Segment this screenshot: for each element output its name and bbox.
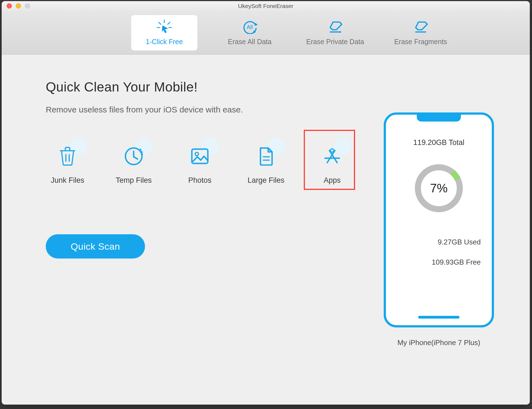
category-temp-files[interactable]: Temp Files <box>116 145 152 185</box>
erase-private-icon <box>327 20 343 34</box>
phone-notch <box>417 114 461 122</box>
svg-rect-14 <box>192 149 208 163</box>
tab-erase-fragments[interactable]: Erase Fragments <box>388 15 454 50</box>
erase-all-icon: All <box>241 20 258 34</box>
trash-icon <box>59 147 76 166</box>
tab-label: Erase Fragments <box>394 38 447 46</box>
button-label: Quick Scan <box>71 241 120 252</box>
svg-text:All: All <box>247 24 253 30</box>
quick-scan-button[interactable]: Quick Scan <box>46 234 145 259</box>
storage-total: 119.20GB Total <box>413 138 464 147</box>
svg-point-18 <box>331 149 334 152</box>
file-icon <box>258 147 274 166</box>
category-label: Temp Files <box>116 176 152 185</box>
tab-1-click-free[interactable]: 1-Click Free <box>131 15 197 50</box>
device-name: My iPhone(iPhone 7 Plus) <box>384 338 494 347</box>
toolbar: 1-Click Free All Erase All Data <box>2 11 530 55</box>
tab-erase-private-data[interactable]: Erase Private Data <box>302 15 368 50</box>
erase-fragments-icon <box>412 20 429 34</box>
apps-icon <box>323 148 342 165</box>
svg-point-7 <box>253 31 256 33</box>
category-label: Large Files <box>248 176 284 185</box>
svg-point-9 <box>339 31 341 33</box>
tab-label: Erase Private Data <box>306 38 364 46</box>
category-large-files[interactable]: Large Files <box>248 145 284 185</box>
storage-percent: 7% <box>411 161 466 216</box>
storage-used: 9.27GB Used <box>386 238 492 246</box>
page-heading: Quick Clean Your Mobile! <box>46 79 505 95</box>
storage-ring: 7% <box>411 161 466 216</box>
main-content: Quick Clean Your Mobile! Remove useless … <box>2 55 530 405</box>
svg-point-15 <box>195 152 198 156</box>
category-photos[interactable]: Photos <box>182 145 218 185</box>
window-title: UkeySoft FoneEraser <box>2 3 530 9</box>
category-apps[interactable]: Apps <box>314 145 350 185</box>
titlebar: UkeySoft FoneEraser <box>2 1 530 11</box>
device-panel: 119.20GB Total 7% 9.27GB Used 109.93GB F… <box>384 112 494 327</box>
svg-line-2 <box>168 22 170 25</box>
image-icon <box>191 148 209 165</box>
storage-free: 109.93GB Free <box>386 258 492 267</box>
svg-line-1 <box>159 22 161 25</box>
category-junk-files[interactable]: Junk Files <box>50 145 85 185</box>
tab-label: Erase All Data <box>228 38 272 46</box>
phone-home-indicator <box>418 316 460 319</box>
clock-icon <box>124 146 144 166</box>
tab-erase-all-data[interactable]: All Erase All Data <box>217 15 283 50</box>
tab-label: 1-Click Free <box>146 38 183 46</box>
cursor-sparkle-icon <box>156 20 173 34</box>
category-label: Photos <box>188 176 211 185</box>
category-label: Junk Files <box>51 176 84 185</box>
app-window: UkeySoft FoneEraser 1-Click Free <box>2 1 530 405</box>
